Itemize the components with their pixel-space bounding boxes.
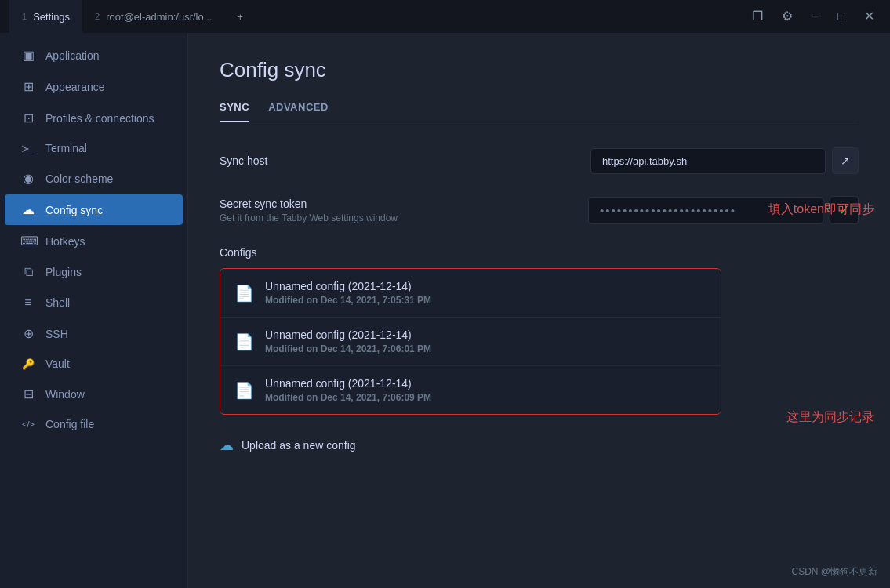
check-icon: ✓ bbox=[830, 196, 859, 224]
sidebar-item-label: Profiles & connections bbox=[45, 112, 154, 125]
titlebar-actions: ❐ ⚙ − □ ✕ bbox=[746, 7, 881, 26]
page-title: Config sync bbox=[220, 58, 859, 82]
application-icon: ▣ bbox=[20, 48, 36, 63]
tab-settings-num: 1 bbox=[22, 12, 27, 21]
window-icon: ⊟ bbox=[20, 387, 36, 401]
sidebar-item-ssh[interactable]: ⊕ SSH bbox=[5, 318, 183, 349]
content-tabs: SYNC ADVANCED bbox=[220, 101, 859, 122]
secret-token-input-group: ✓ bbox=[588, 196, 859, 224]
config-item[interactable]: 📄 Unnamed config (2021-12-14) Modified o… bbox=[220, 318, 721, 366]
sidebar-item-label: Hotkeys bbox=[45, 235, 85, 248]
tab-settings-label: Settings bbox=[33, 11, 70, 23]
sync-host-input-group: ↗ bbox=[590, 147, 859, 174]
config-item[interactable]: 📄 Unnamed config (2021-12-14) Modified o… bbox=[220, 269, 721, 318]
terminal-icon: ≻_ bbox=[20, 143, 36, 154]
tab-sync[interactable]: SYNC bbox=[220, 101, 249, 122]
annotation-records: 这里为同步记录 bbox=[786, 409, 874, 426]
copy-button[interactable]: ❐ bbox=[746, 7, 769, 26]
sidebar-item-shell[interactable]: ≡ Shell bbox=[5, 288, 183, 318]
config-date: Modified on Dec 14, 2021, 7:06:09 PM bbox=[265, 392, 431, 403]
sidebar-item-window[interactable]: ⊟ Window bbox=[5, 379, 183, 409]
hotkeys-icon: ⌨ bbox=[20, 234, 36, 249]
tab-terminal-label: root@el-admin:/usr/lo... bbox=[106, 11, 212, 23]
sync-host-label: Sync host bbox=[220, 154, 376, 167]
secret-token-label: Secret sync token Get it from the Tabby … bbox=[220, 198, 398, 223]
open-url-button[interactable]: ↗ bbox=[832, 147, 859, 174]
upload-icon: ☁ bbox=[220, 437, 234, 454]
sidebar-item-label: Config sync bbox=[45, 204, 103, 216]
sidebar: ▣ Application ⊞ Appearance ⊡ Profiles & … bbox=[0, 33, 188, 588]
settings-button[interactable]: ⚙ bbox=[776, 7, 799, 26]
config-file-icon: 📄 bbox=[234, 332, 254, 351]
config-item-info: Unnamed config (2021-12-14) Modified on … bbox=[265, 328, 431, 354]
sidebar-item-terminal[interactable]: ≻_ Terminal bbox=[5, 134, 183, 162]
config-item-info: Unnamed config (2021-12-14) Modified on … bbox=[265, 377, 431, 403]
sidebar-item-color-scheme[interactable]: ◉ Color scheme bbox=[5, 163, 183, 194]
sidebar-item-label: Terminal bbox=[45, 142, 87, 154]
sidebar-item-label: Config file bbox=[45, 418, 94, 430]
config-sync-icon: ☁ bbox=[20, 202, 36, 217]
upload-label: Upload as a new config bbox=[242, 439, 356, 452]
config-item-info: Unnamed config (2021-12-14) Modified on … bbox=[265, 280, 431, 306]
tab-settings[interactable]: 1 Settings bbox=[9, 0, 82, 33]
secret-token-hint: Get it from the Tabby Web settings windo… bbox=[220, 212, 398, 223]
color-scheme-icon: ◉ bbox=[20, 171, 36, 186]
sidebar-item-label: Application bbox=[45, 49, 100, 62]
sidebar-item-label: Color scheme bbox=[45, 172, 113, 185]
upload-config-button[interactable]: ☁ Upload as a new config bbox=[220, 430, 356, 460]
config-file-icon: 📄 bbox=[234, 381, 254, 400]
config-date: Modified on Dec 14, 2021, 7:05:31 PM bbox=[265, 295, 431, 306]
ssh-icon: ⊕ bbox=[20, 326, 36, 341]
config-name: Unnamed config (2021-12-14) bbox=[265, 377, 431, 390]
sidebar-item-label: Plugins bbox=[45, 266, 82, 278]
configs-section-label: Configs bbox=[220, 246, 859, 259]
plugins-icon: ⧉ bbox=[20, 265, 36, 279]
tab-terminal[interactable]: 2 root@el-admin:/usr/lo... bbox=[82, 0, 224, 33]
config-file-icon: 📄 bbox=[234, 284, 254, 303]
shell-icon: ≡ bbox=[20, 296, 36, 310]
sidebar-item-profiles[interactable]: ⊡ Profiles & connections bbox=[5, 103, 183, 133]
sync-host-input[interactable] bbox=[590, 148, 826, 174]
sidebar-item-config-sync[interactable]: ☁ Config sync bbox=[5, 194, 183, 225]
sidebar-item-plugins[interactable]: ⧉ Plugins bbox=[5, 257, 183, 287]
config-item[interactable]: 📄 Unnamed config (2021-12-14) Modified o… bbox=[220, 366, 721, 414]
main-layout: ▣ Application ⊞ Appearance ⊡ Profiles & … bbox=[0, 33, 890, 588]
content-area: Config sync SYNC ADVANCED Sync host ↗ Se… bbox=[188, 33, 890, 588]
sidebar-item-appearance[interactable]: ⊞ Appearance bbox=[5, 71, 183, 102]
secret-token-input[interactable] bbox=[588, 197, 823, 224]
sidebar-item-application[interactable]: ▣ Application bbox=[5, 40, 183, 71]
secret-token-row: Secret sync token Get it from the Tabby … bbox=[220, 196, 859, 224]
watermark: CSDN @懒狗不更新 bbox=[791, 565, 877, 579]
close-button[interactable]: ✕ bbox=[858, 7, 881, 26]
sidebar-item-label: Shell bbox=[45, 296, 70, 309]
profiles-icon: ⊡ bbox=[20, 111, 36, 125]
new-tab-button[interactable]: + bbox=[225, 0, 256, 33]
sidebar-item-hotkeys[interactable]: ⌨ Hotkeys bbox=[5, 226, 183, 256]
tab-advanced[interactable]: ADVANCED bbox=[268, 101, 329, 122]
appearance-icon: ⊞ bbox=[20, 79, 36, 94]
minimize-button[interactable]: − bbox=[805, 7, 825, 26]
config-date: Modified on Dec 14, 2021, 7:06:01 PM bbox=[265, 343, 431, 354]
sync-host-row: Sync host ↗ bbox=[220, 147, 859, 174]
maximize-button[interactable]: □ bbox=[831, 7, 852, 26]
sidebar-item-label: Vault bbox=[45, 358, 70, 370]
config-name: Unnamed config (2021-12-14) bbox=[265, 328, 431, 341]
sidebar-item-config-file[interactable]: </> Config file bbox=[5, 410, 183, 438]
sidebar-item-label: SSH bbox=[45, 328, 68, 340]
sidebar-item-label: Window bbox=[45, 388, 85, 401]
vault-icon: 🔑 bbox=[20, 358, 36, 370]
config-file-icon: </> bbox=[20, 419, 36, 429]
sidebar-item-label: Appearance bbox=[45, 81, 105, 93]
configs-list: 📄 Unnamed config (2021-12-14) Modified o… bbox=[220, 268, 721, 415]
tab-terminal-num: 2 bbox=[95, 12, 100, 21]
titlebar: 1 Settings 2 root@el-admin:/usr/lo... + … bbox=[0, 0, 890, 33]
config-name: Unnamed config (2021-12-14) bbox=[265, 280, 431, 292]
sidebar-item-vault[interactable]: 🔑 Vault bbox=[5, 350, 183, 378]
